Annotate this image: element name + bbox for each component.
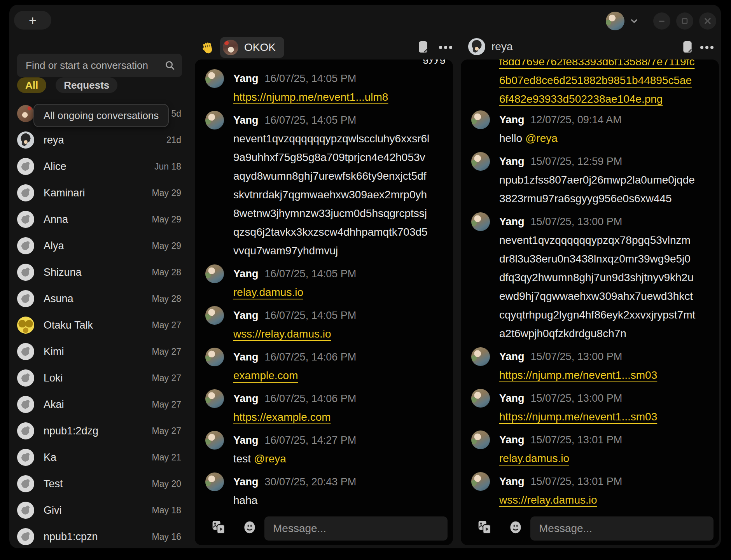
message-link[interactable]: wss://relay.damus.io bbox=[499, 494, 597, 506]
message: Yang16/07/25, 14:06 PMexample.com bbox=[205, 348, 453, 385]
message-avatar[interactable] bbox=[205, 264, 224, 283]
message-avatar[interactable] bbox=[471, 430, 490, 449]
conversation-item[interactable]: Otaku TalkMay 27 bbox=[14, 312, 184, 338]
message-avatar[interactable] bbox=[205, 348, 224, 366]
conversation-item[interactable]: AnnaMay 29 bbox=[14, 206, 184, 233]
conversation-item[interactable]: TestMay 20 bbox=[14, 471, 184, 497]
message-timestamp: 16/07/25, 14:06 PM bbox=[265, 348, 357, 366]
conversation-avatar bbox=[17, 369, 34, 387]
media-picker-icon[interactable] bbox=[476, 519, 493, 536]
message-avatar[interactable] bbox=[205, 472, 224, 491]
message-author: Yang bbox=[233, 472, 259, 491]
message-text: npub1zfss807aer0j26mwp2la0ume0jqde3823rm… bbox=[499, 174, 695, 205]
more-icon[interactable] bbox=[437, 38, 454, 57]
message-avatar[interactable] bbox=[205, 389, 224, 408]
conversation-list: 5dreya21dAliceJun 18KaminariMay 29AnnaMa… bbox=[14, 100, 184, 548]
message-input[interactable] bbox=[530, 516, 714, 541]
minimize-button[interactable] bbox=[653, 12, 670, 30]
conversation-date: May 27 bbox=[152, 399, 181, 410]
message-avatar[interactable] bbox=[205, 111, 224, 130]
composer bbox=[461, 514, 719, 542]
emoji-picker-icon[interactable] bbox=[507, 519, 524, 536]
media-picker-icon[interactable] bbox=[210, 519, 227, 536]
conversation-item[interactable]: AliceJun 18 bbox=[14, 153, 184, 180]
message-author: Yang bbox=[499, 347, 525, 366]
message-link[interactable]: https://example.com bbox=[233, 411, 331, 423]
message-avatar[interactable] bbox=[205, 69, 224, 88]
conversation-item[interactable]: LokiMay 27 bbox=[14, 365, 184, 391]
message-link[interactable]: wss://relay.damus.io bbox=[233, 328, 331, 340]
message-avatar[interactable] bbox=[471, 152, 490, 171]
message-text: hello bbox=[499, 132, 525, 144]
message-author: Yang bbox=[233, 264, 259, 283]
message-avatar[interactable] bbox=[471, 472, 490, 491]
chevron-down-icon[interactable] bbox=[629, 16, 639, 26]
conversation-date: 21d bbox=[166, 135, 181, 145]
conversation-item[interactable]: reya21d bbox=[14, 127, 184, 153]
message-timestamp: 15/07/25, 13:01 PM bbox=[531, 430, 623, 449]
mention-link[interactable]: @reya bbox=[254, 453, 286, 465]
more-icon[interactable] bbox=[698, 38, 715, 57]
message: Yang16/07/25, 14:06 PMhttps://example.co… bbox=[205, 389, 453, 427]
conversation-item[interactable]: AkaiMay 27 bbox=[14, 391, 184, 418]
message-timestamp: 15/07/25, 13:01 PM bbox=[531, 472, 623, 491]
message-avatar[interactable] bbox=[205, 306, 224, 325]
conversation-item[interactable]: AsunaMay 28 bbox=[14, 285, 184, 312]
message-avatar[interactable] bbox=[471, 347, 490, 366]
message: Yang15/07/25, 13:00 PMhttps://njump.me/n… bbox=[471, 389, 719, 426]
message-link[interactable]: https://njump.me/nevent1...ulm8 bbox=[233, 91, 388, 103]
conversation-name: Alice bbox=[44, 161, 66, 173]
current-user-avatar[interactable] bbox=[606, 12, 624, 30]
message-timestamp: 16/07/25, 14:05 PM bbox=[265, 69, 357, 88]
tab-all[interactable]: All bbox=[17, 77, 46, 93]
message-link[interactable]: https://njump.me/nevent1...sm03 bbox=[499, 369, 657, 381]
conversation-date: May 20 bbox=[152, 479, 181, 489]
conversation-item[interactable]: GiviMay 18 bbox=[14, 497, 184, 523]
conversation-avatar bbox=[17, 264, 34, 281]
conversation-avatar bbox=[17, 528, 34, 545]
conversation-date: May 27 bbox=[152, 373, 181, 383]
conversation-date: May 27 bbox=[152, 426, 181, 436]
emoji-picker-icon[interactable] bbox=[241, 519, 258, 536]
message-avatar[interactable] bbox=[205, 431, 224, 450]
chat-header-okok[interactable]: OKOK bbox=[220, 37, 284, 58]
message-author: Yang bbox=[233, 431, 259, 450]
tab-requests[interactable]: Requests bbox=[56, 77, 117, 93]
message-link[interactable]: relay.damus.io bbox=[233, 286, 303, 298]
conversation-avatar bbox=[17, 475, 34, 492]
conversation-item[interactable]: KimiMay 27 bbox=[14, 338, 184, 365]
minimize-icon bbox=[658, 17, 666, 25]
conversation-item[interactable]: npub1:cpznMay 16 bbox=[14, 523, 184, 548]
conversation-date: May 27 bbox=[152, 346, 181, 357]
close-button[interactable] bbox=[699, 12, 716, 30]
conversation-item[interactable]: KaminariMay 29 bbox=[14, 180, 184, 206]
message-avatar[interactable] bbox=[471, 110, 490, 129]
message-avatar[interactable] bbox=[471, 212, 490, 231]
conversation-date: May 21 bbox=[152, 452, 181, 463]
message-list: Yang16/07/25, 14:05 PMhttps://njump.me/n… bbox=[195, 60, 453, 514]
message-timestamp: 15/07/25, 13:00 PM bbox=[531, 347, 623, 366]
conversation-name: Kaminari bbox=[44, 187, 85, 199]
maximize-button[interactable] bbox=[676, 12, 693, 30]
conversation-avatar bbox=[17, 502, 34, 519]
message-link[interactable]: relay.damus.io bbox=[499, 452, 569, 464]
conversation-name: Anna bbox=[44, 214, 68, 226]
message-link[interactable]: https://njump.me/nevent1...sm03 bbox=[499, 411, 657, 423]
note-icon[interactable] bbox=[679, 38, 696, 57]
conversation-name: npub1:2dzg bbox=[44, 425, 98, 437]
chat-panel-reya: f8dd769e762fe83393d6f13588/7e7119fc6b07e… bbox=[461, 60, 719, 545]
note-icon[interactable] bbox=[414, 38, 432, 57]
chat-header-reya[interactable]: reya bbox=[468, 38, 512, 55]
conversation-item[interactable]: npub1:2dzgMay 27 bbox=[14, 418, 184, 444]
conversation-item[interactable]: ShizunaMay 28 bbox=[14, 259, 184, 285]
mention-link[interactable]: @reya bbox=[525, 132, 558, 144]
search-input[interactable] bbox=[17, 60, 164, 72]
conversation-item[interactable]: AlyaMay 29 bbox=[14, 233, 184, 259]
message-input[interactable] bbox=[264, 516, 448, 541]
message-author: Yang bbox=[233, 111, 259, 130]
search-box[interactable] bbox=[17, 54, 182, 77]
conversation-item[interactable]: KaMay 21 bbox=[14, 444, 184, 471]
message-avatar[interactable] bbox=[471, 389, 490, 408]
message-author: Yang bbox=[499, 212, 525, 231]
message-link[interactable]: example.com bbox=[233, 369, 298, 382]
